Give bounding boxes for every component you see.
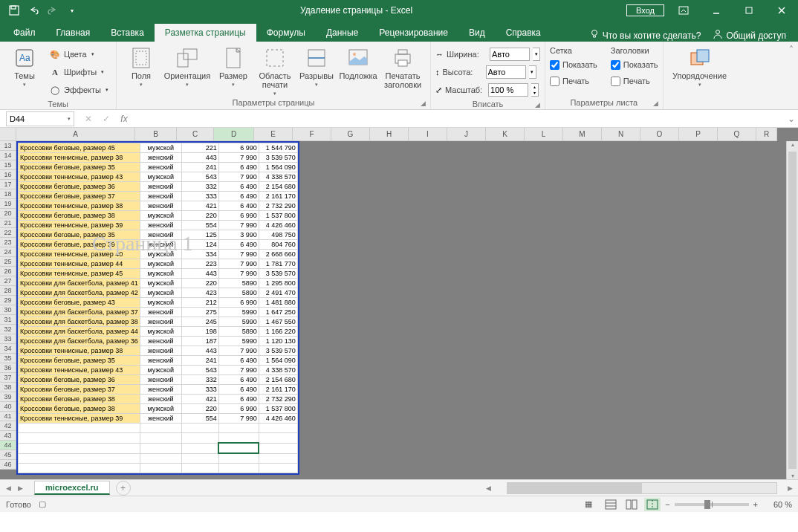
arrange-button[interactable]: Упорядочение▾ — [668, 43, 732, 88]
collapse-ribbon[interactable]: ˄ — [785, 42, 798, 109]
print-area-button[interactable]: Область печати▾ — [255, 43, 295, 97]
page-layout-view-button[interactable] — [623, 498, 640, 511]
cell[interactable]: 2 491 470 — [259, 288, 297, 298]
ribbon-tab-2[interactable]: Вставка — [100, 24, 155, 42]
cell[interactable]: Кроссовки беговые, размер 43 — [19, 298, 140, 308]
cell[interactable]: 7 990 — [218, 346, 259, 356]
cell[interactable]: 804 760 — [259, 240, 297, 250]
col-header-B[interactable]: B — [135, 128, 177, 141]
row-header-38[interactable]: 38 — [0, 383, 16, 392]
cell[interactable]: Кроссовки беговые, размер 37 — [19, 385, 140, 395]
cell[interactable]: мужской — [140, 298, 181, 308]
background-button[interactable]: Подложка — [338, 43, 378, 80]
cell[interactable]: 7 990 — [218, 414, 259, 424]
maximize-button[interactable] — [736, 0, 762, 21]
cell[interactable]: 1 564 090 — [259, 163, 297, 172]
cell[interactable]: 5990 — [218, 308, 259, 317]
cell[interactable]: мужской — [140, 269, 181, 279]
cell[interactable]: Кроссовки теннисные, размер 43 — [19, 172, 140, 182]
cell[interactable]: 275 — [181, 308, 218, 317]
row-header-34[interactable]: 34 — [0, 344, 16, 354]
cell[interactable]: 6 490 — [218, 192, 259, 201]
cell[interactable]: женский — [140, 337, 181, 346]
cell[interactable]: женский — [140, 221, 181, 230]
cell[interactable]: мужской — [140, 259, 181, 269]
cell[interactable]: 241 — [181, 356, 218, 366]
cell[interactable]: мужской — [140, 288, 181, 298]
row-header-33[interactable]: 33 — [0, 334, 16, 344]
cell[interactable]: женский — [140, 240, 181, 250]
cell[interactable]: 1 647 250 — [259, 308, 297, 317]
minimize-button[interactable] — [703, 0, 730, 21]
gridlines-view-checkbox[interactable] — [550, 60, 559, 70]
cell[interactable]: 4 338 570 — [259, 366, 297, 375]
col-header-K[interactable]: K — [486, 128, 525, 141]
cell[interactable]: 5890 — [218, 288, 259, 298]
zoom-out-button[interactable]: − — [665, 500, 669, 509]
cell[interactable]: 5990 — [218, 337, 259, 346]
row-header-16[interactable]: 16 — [0, 170, 16, 180]
cell[interactable]: 5890 — [218, 327, 259, 337]
breaks-button[interactable]: Разрывы▾ — [296, 43, 337, 88]
cell[interactable]: 334 — [181, 250, 218, 259]
cell[interactable]: 2 668 660 — [259, 250, 297, 259]
col-header-N[interactable]: N — [602, 128, 640, 141]
cell[interactable]: 1 781 770 — [259, 259, 297, 269]
col-header-F[interactable]: F — [293, 128, 331, 141]
cell[interactable]: 221 — [181, 143, 218, 153]
close-button[interactable] — [768, 0, 795, 21]
cell[interactable]: женский — [140, 414, 181, 424]
expand-formula-bar[interactable]: ⌄ — [785, 114, 798, 124]
headings-view-checkbox[interactable] — [611, 60, 620, 70]
col-header-J[interactable]: J — [447, 128, 486, 141]
cell[interactable]: мужской — [140, 327, 181, 337]
cell[interactable]: Кроссовки беговые, размер 36 — [19, 375, 140, 385]
cell[interactable] — [19, 443, 140, 453]
cell[interactable]: женский — [140, 192, 181, 201]
cell[interactable]: Кроссовки беговые, размер 39 — [19, 240, 140, 250]
gridlines-print-checkbox[interactable] — [550, 77, 559, 86]
cell[interactable]: женский — [140, 182, 181, 192]
headings-print-checkbox[interactable] — [611, 77, 620, 86]
cell[interactable]: 198 — [181, 327, 218, 337]
share-button[interactable]: Общий доступ — [713, 29, 786, 42]
cell[interactable]: женский — [140, 230, 181, 240]
cell[interactable]: 2 732 290 — [259, 201, 297, 211]
cell[interactable]: Кроссовки теннисные, размер 44 — [19, 259, 140, 269]
cell[interactable]: 7 990 — [218, 259, 259, 269]
cell[interactable]: мужской — [140, 404, 181, 414]
cell[interactable] — [140, 443, 181, 453]
cell[interactable] — [19, 464, 140, 473]
save-button[interactable] — [6, 2, 22, 19]
cell[interactable] — [19, 424, 140, 433]
cell[interactable] — [218, 443, 259, 453]
cell[interactable]: женский — [140, 356, 181, 366]
cell[interactable]: 5990 — [218, 317, 259, 327]
cell[interactable]: 1 537 800 — [259, 211, 297, 221]
hscroll-left[interactable]: ◀ — [486, 484, 496, 492]
cell[interactable]: 3 539 570 — [259, 269, 297, 279]
cell[interactable]: женский — [140, 395, 181, 404]
cell[interactable] — [181, 453, 218, 464]
col-header-A[interactable]: A — [16, 128, 135, 141]
cell[interactable]: женский — [140, 153, 181, 163]
col-header-C[interactable]: C — [177, 128, 214, 141]
cell[interactable]: Кроссовки беговые, размер 38 — [19, 395, 140, 404]
cell[interactable]: 6 490 — [218, 201, 259, 211]
ribbon-tab-1[interactable]: Главная — [46, 24, 101, 42]
ribbon-tab-4[interactable]: Формулы — [256, 24, 316, 42]
cell[interactable]: 1 564 090 — [259, 356, 297, 366]
ribbon-tab-0[interactable]: Файл — [3, 24, 46, 42]
cell[interactable]: Кроссовки теннисные, размер 43 — [19, 366, 140, 375]
cell[interactable]: 421 — [181, 395, 218, 404]
cell[interactable]: мужской — [140, 366, 181, 375]
cell[interactable] — [140, 453, 181, 464]
cell[interactable] — [140, 424, 181, 433]
cell[interactable]: Кроссовки беговые, размер 37 — [19, 192, 140, 201]
ribbon-tab-7[interactable]: Вид — [458, 24, 496, 42]
print-titles-button[interactable]: Печатать заголовки — [380, 43, 426, 89]
cell[interactable]: 7 990 — [218, 221, 259, 230]
cell[interactable]: Кроссовки для баскетбола, размер 36 — [19, 337, 140, 346]
col-header-E[interactable]: E — [254, 128, 293, 141]
macro-record-icon[interactable]: ▢ — [39, 499, 46, 509]
